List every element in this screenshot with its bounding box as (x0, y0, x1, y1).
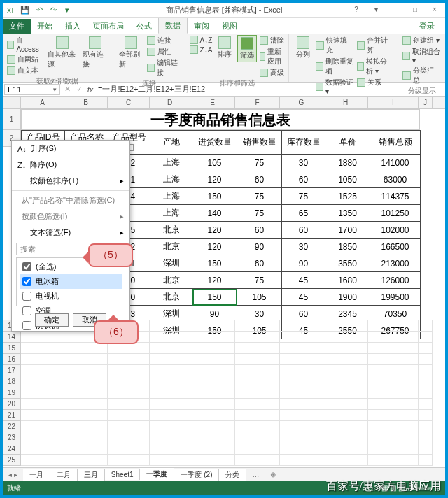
sheet-q1-2[interactable]: 一季度 (2) (174, 469, 219, 481)
tab-view[interactable]: 视图 (216, 19, 244, 34)
cell[interactable]: 45 (282, 272, 326, 289)
cell[interactable] (280, 410, 323, 421)
opt-tv[interactable]: 电视机 (20, 289, 122, 304)
cell[interactable]: 65 (282, 205, 326, 222)
remove-dup-button[interactable]: 删除重复项 (316, 56, 354, 77)
cell[interactable] (280, 343, 323, 354)
cell[interactable] (21, 399, 64, 410)
cell[interactable] (64, 343, 108, 354)
cell[interactable]: 北京 (150, 289, 192, 306)
sort-desc-button[interactable]: Z↓A (190, 45, 213, 55)
cell[interactable] (323, 421, 368, 432)
cell[interactable]: 114375 (370, 188, 421, 205)
cell[interactable] (235, 343, 280, 354)
sheet-title[interactable]: 一季度商品销售信息表 (21, 109, 420, 130)
cell[interactable] (64, 455, 108, 466)
tab-home[interactable]: 开始 (31, 19, 59, 34)
cell[interactable] (368, 410, 419, 421)
cell[interactable]: 3550 (326, 255, 370, 272)
cell[interactable]: 70350 (370, 306, 421, 322)
sort-asc-button[interactable]: A↓Z (190, 35, 213, 45)
cell[interactable] (419, 432, 433, 443)
new-sheet-button[interactable]: ⊕ (265, 471, 281, 478)
cell[interactable]: 75 (237, 188, 282, 205)
cell[interactable] (280, 376, 323, 387)
refresh-all-button[interactable]: 全部刷新 (118, 35, 144, 71)
cell[interactable] (150, 320, 190, 332)
fx-icon[interactable]: fx (85, 85, 95, 94)
cell[interactable] (368, 387, 419, 399)
row-header[interactable]: 23 (3, 432, 21, 443)
cell[interactable]: 上海 (150, 155, 192, 171)
signin-link[interactable]: 登录 (413, 19, 441, 34)
whatif-button[interactable]: 模拟分析 ▾ (357, 56, 393, 77)
cell[interactable] (21, 421, 64, 432)
cell[interactable] (64, 387, 108, 399)
cell[interactable]: 213000 (370, 255, 421, 272)
cell[interactable] (150, 432, 190, 443)
sort-asc-item[interactable]: A↓升序(S) (12, 141, 130, 157)
cell[interactable]: 63000 (370, 171, 421, 188)
cell[interactable]: 150 (192, 289, 237, 306)
row-header[interactable]: 25 (3, 455, 21, 466)
cell[interactable] (235, 443, 280, 455)
cell[interactable]: 150 (192, 255, 237, 272)
ribbon-min-button[interactable]: ▾ (367, 3, 385, 15)
row-header[interactable]: 18 (3, 376, 21, 387)
cell[interactable] (323, 376, 368, 387)
cell[interactable] (368, 365, 419, 376)
cell[interactable]: 75 (237, 155, 282, 171)
cell[interactable] (21, 432, 64, 443)
cell[interactable] (64, 376, 108, 387)
cell[interactable] (419, 320, 433, 332)
ok-button[interactable]: 确定 (35, 313, 69, 327)
cell[interactable] (368, 455, 419, 466)
cell[interactable]: 90 (237, 239, 282, 255)
cell[interactable] (108, 376, 150, 387)
consolidate-button[interactable]: 合并计算 (357, 35, 393, 56)
row-1[interactable]: 1 (3, 109, 21, 130)
cell[interactable] (108, 421, 150, 432)
sort-color-item[interactable]: 按颜色排序(T)▸ (12, 173, 130, 189)
cell[interactable] (323, 343, 368, 354)
cell[interactable] (190, 443, 235, 455)
from-access-button[interactable]: 自 Access (7, 35, 43, 54)
cell[interactable]: 30 (282, 239, 326, 255)
help-button[interactable]: ? (347, 3, 365, 15)
close-button[interactable]: × (426, 3, 444, 15)
cell[interactable] (108, 399, 150, 410)
cell[interactable] (323, 365, 368, 376)
cell[interactable] (21, 343, 64, 354)
cell[interactable] (280, 432, 323, 443)
cell[interactable] (150, 410, 190, 421)
sheet-more[interactable]: … (246, 471, 265, 478)
clear-filter-button[interactable]: 清除 (260, 35, 284, 46)
cell[interactable]: 1700 (326, 222, 370, 239)
sheet-category[interactable]: 分类 (219, 469, 246, 481)
cell[interactable] (108, 432, 150, 443)
cell[interactable] (150, 455, 190, 466)
cell[interactable] (280, 320, 323, 332)
col-A[interactable]: A (21, 97, 64, 108)
cell[interactable] (323, 387, 368, 399)
row-header[interactable]: 21 (3, 410, 21, 421)
advanced-button[interactable]: 高级 (260, 67, 284, 78)
cell[interactable] (190, 432, 235, 443)
cell[interactable] (235, 432, 280, 443)
cell[interactable] (419, 343, 433, 354)
redo-icon[interactable]: ↷ (48, 5, 59, 16)
cell[interactable] (190, 320, 235, 332)
minimize-button[interactable]: — (386, 3, 405, 15)
tab-layout[interactable]: 页面布局 (87, 19, 130, 34)
sheet-jan[interactable]: 一月 (23, 469, 50, 481)
row-header[interactable]: 17 (3, 365, 21, 376)
cell[interactable] (64, 399, 108, 410)
row-header[interactable]: 14 (3, 332, 21, 343)
cell[interactable] (280, 387, 323, 399)
hdr-price[interactable]: 单价 (326, 131, 370, 155)
filter-button[interactable]: 筛选 (237, 35, 257, 62)
cell[interactable]: 141000 (370, 155, 421, 171)
cell[interactable] (368, 432, 419, 443)
cell[interactable]: 90 (192, 306, 237, 322)
cell[interactable] (150, 421, 190, 432)
